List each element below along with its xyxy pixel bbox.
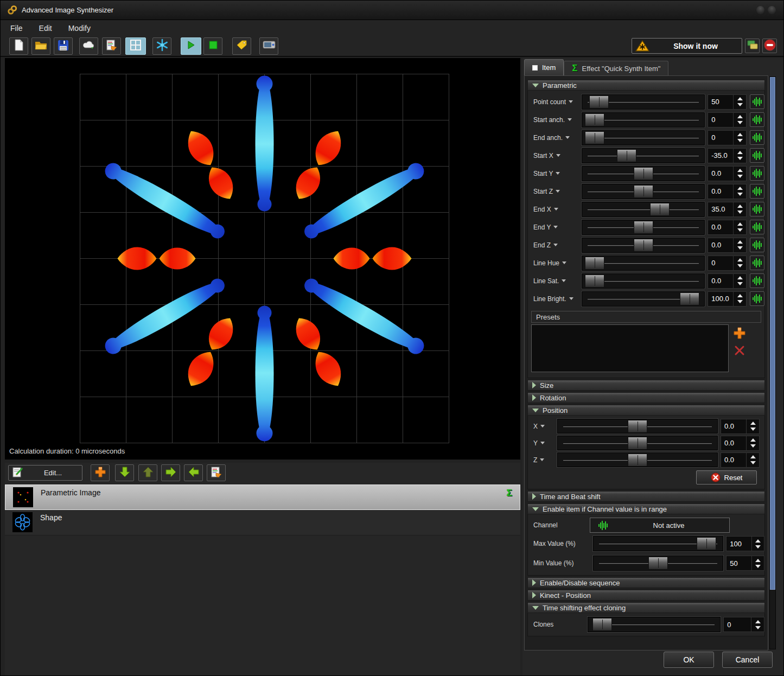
display-button[interactable] <box>259 37 278 55</box>
tag-button[interactable] <box>232 37 251 55</box>
window-minimize-button[interactable] <box>756 6 764 14</box>
value-spinner[interactable] <box>734 130 747 145</box>
param-slider[interactable] <box>582 273 705 289</box>
param-slider[interactable] <box>582 166 705 181</box>
play-button[interactable] <box>181 37 201 55</box>
section-enable-range[interactable]: Enable item if Channel value is in range <box>527 503 765 514</box>
stop-button[interactable] <box>203 37 222 55</box>
reset-position-button[interactable]: Reset <box>696 470 757 484</box>
param-value[interactable]: 0 <box>723 617 751 632</box>
open-file-button[interactable] <box>31 37 50 55</box>
cloud-button[interactable] <box>79 37 98 55</box>
waveform-modulation-button[interactable] <box>750 291 764 306</box>
param-label-dropdown[interactable]: Point count <box>533 98 582 106</box>
param-slider[interactable] <box>582 184 705 199</box>
add-preset-button[interactable] <box>733 327 746 342</box>
param-value[interactable]: 0.0 <box>721 436 747 451</box>
section-kinect-position[interactable]: Kinect - Position <box>527 590 765 601</box>
param-value[interactable]: 50 <box>726 556 751 571</box>
value-spinner[interactable] <box>747 436 760 451</box>
param-slider[interactable] <box>582 256 705 271</box>
param-label-dropdown[interactable]: Line Bright. <box>533 295 582 303</box>
param-label-dropdown[interactable]: Line Hue <box>533 259 582 267</box>
cancel-button[interactable]: Cancel <box>722 652 773 668</box>
paste-button[interactable] <box>102 37 121 55</box>
param-slider[interactable] <box>557 436 718 450</box>
param-value[interactable]: 0.0 <box>707 220 734 235</box>
param-slider[interactable] <box>582 220 705 235</box>
param-label-dropdown[interactable]: End Y <box>533 224 582 231</box>
param-label-dropdown[interactable]: End Z <box>533 241 582 249</box>
value-spinner[interactable] <box>747 419 760 434</box>
param-value[interactable]: 100 <box>726 536 751 551</box>
ok-button[interactable]: OK <box>664 652 714 668</box>
slider-handle[interactable] <box>585 257 604 270</box>
slider-handle[interactable] <box>585 275 604 288</box>
move-left-button[interactable] <box>184 464 203 481</box>
slider-handle[interactable] <box>634 167 653 180</box>
waveform-modulation-button[interactable] <box>750 220 764 234</box>
param-value[interactable]: 100.0 <box>707 291 734 307</box>
param-value[interactable]: 0 <box>707 112 734 127</box>
slider-handle[interactable] <box>628 437 647 450</box>
waveform-modulation-button[interactable] <box>750 130 764 145</box>
value-spinner[interactable] <box>752 556 765 571</box>
scrollbar-thumb[interactable] <box>770 77 775 590</box>
copy-properties-button[interactable] <box>207 464 226 481</box>
param-label-dropdown[interactable]: Start anch. <box>533 116 582 124</box>
section-time-shifting-cloning[interactable]: Time shifting effect cloning <box>527 602 765 613</box>
param-value[interactable]: 35.0 <box>707 202 734 217</box>
waveform-modulation-button[interactable] <box>750 94 764 109</box>
param-slider[interactable] <box>582 130 705 145</box>
tab-effect[interactable]: Σ Effect "Quick Synth Item" <box>564 61 668 75</box>
list-item-parametric-image[interactable]: Parametric Image Σ <box>5 484 520 510</box>
value-spinner[interactable] <box>734 94 747 110</box>
value-spinner[interactable] <box>747 452 760 468</box>
add-item-button[interactable] <box>91 464 110 481</box>
waveform-modulation-button[interactable] <box>750 184 764 199</box>
param-value[interactable]: 0.0 <box>721 452 747 468</box>
section-position[interactable]: Position <box>527 405 765 416</box>
move-right-button[interactable] <box>161 464 180 481</box>
param-value[interactable]: 50 <box>707 94 734 110</box>
param-value[interactable]: 0 <box>707 256 734 271</box>
value-spinner[interactable] <box>734 273 747 289</box>
param-slider[interactable] <box>582 148 705 163</box>
param-label-dropdown[interactable]: Start X <box>533 152 582 160</box>
param-label-dropdown[interactable]: End X <box>533 206 582 213</box>
param-value[interactable]: 0.0 <box>721 419 747 434</box>
waveform-modulation-button[interactable] <box>750 238 764 252</box>
save-button[interactable] <box>54 37 73 55</box>
slider-handle[interactable] <box>680 292 699 305</box>
param-value[interactable]: 0.0 <box>707 184 734 199</box>
waveform-modulation-button[interactable] <box>750 202 764 216</box>
param-slider[interactable] <box>582 112 705 127</box>
move-up-button[interactable] <box>138 464 157 481</box>
value-spinner[interactable] <box>734 291 747 307</box>
value-spinner[interactable] <box>751 617 764 632</box>
value-spinner[interactable] <box>734 184 747 199</box>
slider-handle[interactable] <box>628 454 647 467</box>
channel-select-button[interactable]: Not active <box>590 518 730 533</box>
param-slider[interactable] <box>582 291 705 307</box>
value-spinner[interactable] <box>734 256 747 271</box>
menu-modify[interactable]: Modify <box>62 22 97 35</box>
list-item-shape[interactable]: Shape <box>5 510 520 535</box>
param-value[interactable]: -35.0 <box>707 148 734 163</box>
tab-item[interactable]: Item <box>524 59 564 75</box>
slider-handle[interactable] <box>634 239 653 252</box>
param-label-dropdown[interactable]: Line Sat. <box>533 277 582 285</box>
waveform-modulation-button[interactable] <box>750 256 764 270</box>
show-it-now-button[interactable]: Show it now <box>632 38 742 54</box>
value-spinner[interactable] <box>734 220 747 235</box>
slider-handle[interactable] <box>585 131 604 144</box>
slider-handle[interactable] <box>628 420 647 433</box>
edit-item-button[interactable]: Edit... <box>8 465 82 481</box>
param-label-dropdown[interactable]: Y <box>533 439 557 447</box>
slider-handle[interactable] <box>634 221 653 234</box>
delete-preset-button[interactable] <box>734 345 745 358</box>
waveform-modulation-button[interactable] <box>750 112 764 127</box>
slider-handle[interactable] <box>648 557 668 570</box>
menu-file[interactable]: File <box>4 22 29 35</box>
slider-handle[interactable] <box>592 618 612 631</box>
